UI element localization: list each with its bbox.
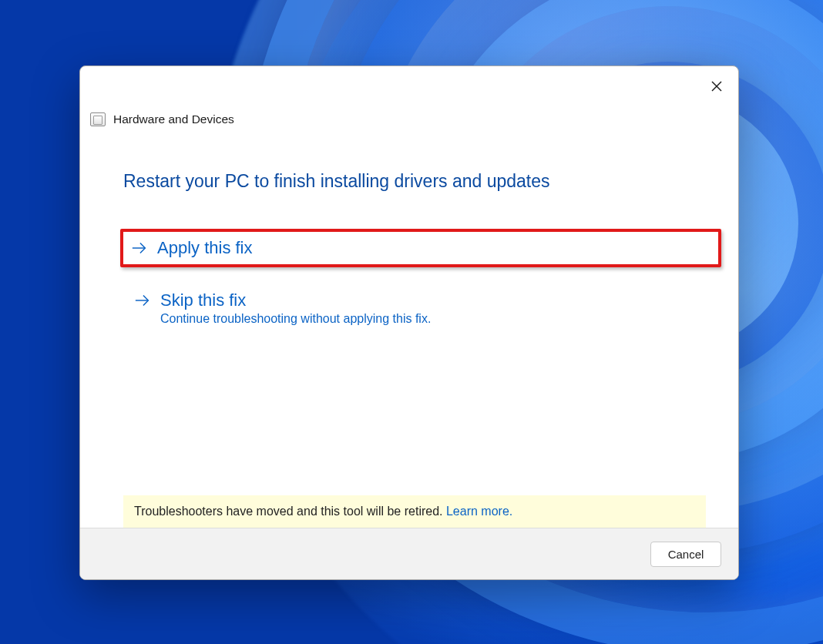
learn-more-link[interactable]: Learn more.	[446, 505, 512, 518]
main-heading: Restart your PC to finish installing dri…	[123, 171, 695, 192]
dialog-header: Hardware and Devices	[80, 66, 738, 126]
options-list: Apply this fix Skip this fix Continu	[123, 229, 695, 334]
cancel-button[interactable]: Cancel	[650, 542, 721, 567]
dialog-content: Restart your PC to finish installing dri…	[80, 126, 738, 528]
option-apply-fix[interactable]: Apply this fix	[120, 229, 721, 267]
option-skip-fix[interactable]: Skip this fix Continue troubleshooting w…	[123, 283, 695, 334]
dialog-title: Hardware and Devices	[113, 112, 234, 126]
troubleshooter-dialog: Hardware and Devices Restart your PC to …	[79, 65, 739, 580]
arrow-right-icon	[134, 292, 151, 309]
close-button[interactable]	[706, 77, 727, 99]
notice-text: Troubleshooters have moved and this tool…	[134, 505, 446, 518]
hardware-icon	[90, 112, 106, 126]
arrow-right-icon	[131, 240, 148, 257]
option-subtitle: Continue troubleshooting without applyin…	[160, 312, 684, 326]
close-icon	[710, 80, 723, 96]
dialog-footer: Cancel	[80, 528, 738, 579]
option-title: Apply this fix	[157, 238, 253, 258]
option-title: Skip this fix	[160, 290, 246, 310]
retirement-notice: Troubleshooters have moved and this tool…	[123, 495, 706, 528]
